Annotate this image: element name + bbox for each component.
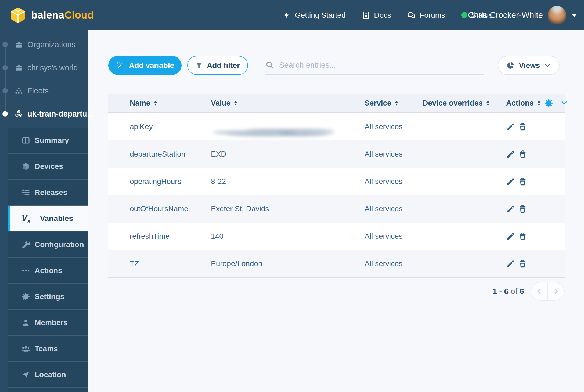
- sidebar-item-actions[interactable]: Actions: [8, 258, 88, 283]
- name-cell: apiKey: [130, 122, 211, 131]
- chevron-left-icon: [536, 288, 543, 295]
- service-cell: All services: [365, 177, 423, 186]
- service-cell: All services: [365, 259, 423, 268]
- add-variable-label: Add variable: [129, 61, 174, 70]
- row-actions: [506, 259, 565, 268]
- main-content: Add variable Add filter Views Name: [88, 30, 584, 392]
- delete-button[interactable]: [518, 177, 527, 186]
- name-cell: departureStation: [130, 150, 211, 158]
- delete-button[interactable]: [518, 150, 527, 159]
- user-menu[interactable]: Chris Crocker-White: [468, 0, 578, 30]
- sidebar-item-devices[interactable]: Devices: [8, 154, 88, 179]
- sidebar-item-members[interactable]: Members: [8, 310, 88, 335]
- fleets-icon: [15, 87, 23, 95]
- chevron-down-icon: [560, 100, 568, 107]
- edit-button[interactable]: [506, 122, 515, 131]
- sidebar-item-releases[interactable]: Releases: [8, 180, 88, 205]
- sidebar-item-configuration[interactable]: Configuration: [8, 232, 88, 257]
- edit-button[interactable]: [506, 232, 515, 241]
- sidebar-item-summary[interactable]: Summary: [8, 128, 88, 153]
- brand-logo[interactable]: balenaCloud: [9, 0, 94, 30]
- sidebar-item-variables[interactable]: Vx Variables: [8, 206, 88, 231]
- add-variable-button[interactable]: Add variable: [108, 56, 182, 75]
- sidebar-item-label: Organizations: [27, 40, 75, 49]
- variables-table: Name Value Service Device overrides Acti…: [108, 94, 565, 278]
- column-header-value[interactable]: Value: [211, 99, 365, 107]
- page-range-label: 1 - 6of6: [492, 287, 524, 296]
- pie-chart-icon: [506, 61, 515, 70]
- sidebar-context-tree: Organizations chrisys's world Fleets uk-…: [0, 30, 88, 125]
- row-actions: [506, 232, 565, 241]
- sidebar-item-fleets[interactable]: Fleets: [0, 79, 88, 102]
- lightning-icon: [283, 11, 291, 20]
- sidebar-item-settings[interactable]: Settings: [8, 284, 88, 309]
- document-icon: [362, 11, 370, 20]
- user-avatar: [548, 6, 566, 24]
- fleet-submenu: Summary Devices Releases Vx Variables: [8, 128, 88, 392]
- pencil-icon: [506, 122, 515, 131]
- sidebar: Organizations chrisys's world Fleets uk-…: [0, 30, 88, 392]
- filter-funnel-icon: [195, 62, 203, 69]
- nav-docs[interactable]: Docs: [354, 0, 399, 30]
- sidebar-item-teams[interactable]: Teams: [8, 336, 88, 361]
- column-header-name[interactable]: Name: [130, 99, 211, 107]
- table-settings-button[interactable]: [544, 99, 553, 108]
- previous-page-button[interactable]: [531, 282, 547, 300]
- search-icon: [266, 61, 274, 70]
- menu-item-label: Location: [35, 371, 66, 379]
- menu-item-label: Summary: [35, 136, 69, 145]
- column-header-service[interactable]: Service: [365, 99, 423, 107]
- pagination: 1 - 6of6: [108, 282, 565, 301]
- pencil-icon: [506, 232, 515, 241]
- nav-forums[interactable]: Forums: [399, 0, 453, 30]
- service-cell: All services: [365, 122, 423, 131]
- releases-icon: [21, 188, 30, 197]
- service-cell: All services: [365, 232, 423, 241]
- delete-button[interactable]: [518, 205, 527, 213]
- sidebar-item-chrisys-world[interactable]: chrisys's world: [0, 56, 88, 79]
- sidebar-item-organizations[interactable]: Organizations: [0, 33, 88, 56]
- sort-icon: [394, 100, 399, 106]
- sidebar-item-label: chrisys's world: [27, 63, 78, 72]
- table-collapse-button[interactable]: [560, 100, 568, 107]
- name-cell: refreshTime: [130, 232, 211, 241]
- row-actions: [506, 122, 565, 131]
- delete-button[interactable]: [518, 122, 527, 131]
- column-header-actions[interactable]: Actions: [506, 99, 570, 108]
- sidebar-item-location[interactable]: Location: [8, 362, 88, 387]
- pencil-icon: [506, 177, 515, 186]
- edit-button[interactable]: [506, 150, 515, 159]
- column-header-device-overrides[interactable]: Device overrides: [423, 99, 506, 107]
- gear-icon: [21, 292, 30, 301]
- value-cell: 140: [211, 232, 365, 241]
- next-page-button[interactable]: [547, 282, 564, 300]
- trash-icon: [518, 122, 527, 131]
- sidebar-item-fleet-uk-train-departures[interactable]: uk-train-departu...: [0, 102, 88, 125]
- sort-icon: [486, 100, 490, 106]
- cubes-icon: [15, 110, 23, 118]
- nav-getting-started[interactable]: Getting Started: [275, 0, 354, 30]
- wrench-icon: [21, 240, 30, 249]
- variables-vx-icon: Vx: [21, 213, 35, 224]
- timeline-dot: [2, 65, 8, 70]
- nav-link-label: Getting Started: [295, 11, 345, 20]
- top-navbar: balenaCloud Getting Started Docs Forums …: [0, 0, 584, 30]
- edit-button[interactable]: [506, 177, 515, 186]
- trash-icon: [518, 205, 527, 213]
- views-button[interactable]: Views: [498, 56, 560, 75]
- menu-item-label: Teams: [35, 344, 58, 353]
- table-row: refreshTime 140 All services: [108, 223, 565, 250]
- edit-button[interactable]: [506, 259, 515, 268]
- summary-icon: [21, 136, 30, 145]
- search-input[interactable]: [279, 61, 483, 70]
- status-dot-icon: [461, 12, 467, 18]
- add-filter-button[interactable]: Add filter: [187, 56, 248, 75]
- delete-button[interactable]: [518, 259, 527, 268]
- edit-button[interactable]: [506, 205, 515, 213]
- table-row: apiKey All services: [108, 113, 565, 140]
- table-row: outOfHoursName Exeter St. Davids All ser…: [108, 195, 565, 223]
- table-row: TZ Europe/London All services: [108, 250, 565, 277]
- table-row: operatingHours 8-22 All services: [108, 168, 565, 195]
- delete-button[interactable]: [518, 232, 527, 241]
- pager: [531, 282, 565, 301]
